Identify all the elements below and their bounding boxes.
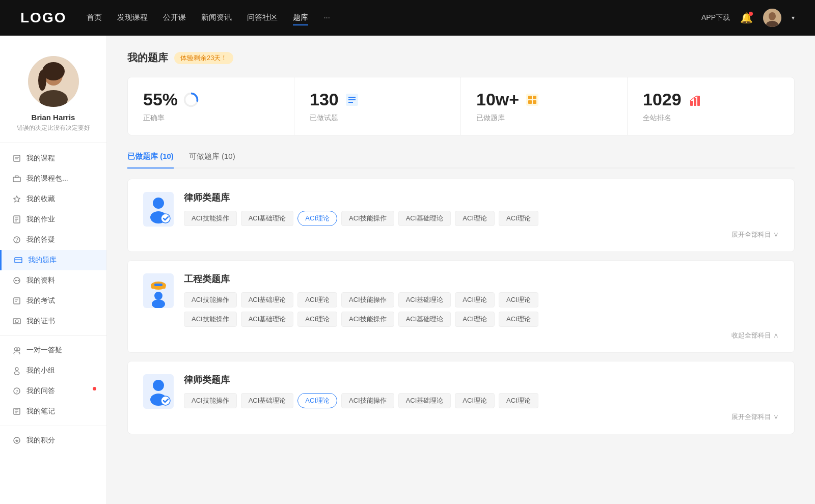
nav-qa[interactable]: 问答社区 — [247, 11, 278, 25]
tag-e-2[interactable]: ACI理论 — [297, 292, 337, 307]
tag-e-3[interactable]: ACI技能操作 — [341, 292, 394, 307]
engineer-icon — [143, 273, 174, 309]
stat-done-questions-label: 已做试题 — [310, 114, 445, 123]
svg-rect-50 — [526, 94, 538, 106]
list-icon — [344, 92, 360, 108]
exam-icon — [12, 296, 21, 305]
svg-point-61 — [161, 214, 170, 223]
navbar: LOGO 首页 发现课程 公开课 新闻资讯 问答社区 题库 ··· APP下载 … — [0, 0, 815, 36]
sidebar-label-exam: 我的考试 — [26, 296, 55, 305]
svg-text:?: ? — [15, 389, 18, 394]
homework-icon — [12, 215, 21, 224]
sidebar-menu: 我的课程 我的课程包... 我的收藏 我的作业 — [0, 148, 106, 451]
tag-l2-0[interactable]: ACI技能操作 — [184, 393, 237, 408]
sidebar-label-favorites: 我的收藏 — [26, 194, 55, 204]
tag-e2-5[interactable]: ACI理论 — [455, 312, 495, 327]
tag-e-1[interactable]: ACI基础理论 — [241, 292, 294, 307]
tag-e2-6[interactable]: ACI理论 — [499, 312, 538, 327]
sidebar-item-favorites[interactable]: 我的收藏 — [0, 189, 106, 209]
tag-l2-5[interactable]: ACI理论 — [455, 393, 495, 408]
course-icon — [12, 154, 21, 163]
svg-rect-8 — [14, 155, 20, 161]
user-motto: 错误的决定比没有决定要好 — [17, 124, 90, 132]
stat-ranking-top: 1029 — [643, 90, 779, 109]
tag-l1-0[interactable]: ACI技能操作 — [184, 211, 237, 226]
qbank-card-lawyer-1: 律师类题库 ACI技能操作 ACI基础理论 ACI理论 ACI技能操作 ACI基… — [127, 179, 795, 252]
svg-point-71 — [161, 396, 170, 405]
tag-l2-2[interactable]: ACI理论 — [297, 393, 337, 408]
tag-l1-4[interactable]: ACI基础理论 — [398, 211, 451, 226]
sidebar-label-resource: 我的资料 — [26, 276, 55, 285]
notification-bell[interactable]: 🔔 — [740, 12, 753, 24]
sidebar-item-cert[interactable]: 我的证书 — [0, 311, 106, 331]
nav-discover[interactable]: 发现课程 — [117, 11, 148, 25]
tag-e-6[interactable]: ACI理论 — [499, 292, 538, 307]
sidebar-item-resource[interactable]: 我的资料 — [0, 270, 106, 291]
sidebar-item-group[interactable]: 我的小组 — [0, 360, 106, 381]
sidebar-item-points[interactable]: ★ 我的积分 — [0, 430, 106, 451]
sidebar-item-question[interactable]: ? 我的答疑 — [0, 230, 106, 250]
svg-point-30 — [15, 320, 18, 323]
sidebar-item-qbank[interactable]: 我的题库 — [0, 250, 106, 270]
tab-done-banks[interactable]: 已做题库 (10) — [127, 148, 174, 169]
tag-e2-2[interactable]: ACI理论 — [297, 312, 337, 327]
nav-news[interactable]: 新闻资讯 — [201, 11, 232, 25]
tags-row-engineer-2: ACI技能操作 ACI基础理论 ACI理论 ACI技能操作 ACI基础理论 AC… — [184, 312, 779, 327]
sidebar-item-course[interactable]: 我的课程 — [0, 148, 106, 169]
tags-row-lawyer-1: ACI技能操作 ACI基础理论 ACI理论 ACI技能操作 ACI基础理论 AC… — [184, 211, 779, 226]
sidebar-item-oneone[interactable]: 一对一答疑 — [0, 340, 106, 360]
tag-l2-3[interactable]: ACI技能操作 — [341, 393, 394, 408]
tag-l1-1[interactable]: ACI基础理论 — [241, 211, 294, 226]
tag-e-0[interactable]: ACI技能操作 — [184, 292, 237, 307]
sidebar-label-package: 我的课程包... — [26, 174, 68, 183]
svg-point-25 — [18, 280, 19, 281]
tag-l2-6[interactable]: ACI理论 — [499, 393, 538, 408]
sidebar-label-points: 我的积分 — [26, 436, 55, 445]
question-icon: ? — [12, 235, 21, 244]
sidebar-item-notes[interactable]: 我的笔记 — [0, 401, 106, 422]
page-header: 我的题库 体验剩余23天！ — [127, 51, 795, 65]
expand-link-engineer[interactable]: 收起全部科目 ∧ — [184, 331, 779, 340]
stats-row: 55% 正确率 130 — [127, 77, 795, 135]
sidebar-item-qa[interactable]: ? 我的问答 — [0, 381, 106, 401]
donut-chart-icon — [183, 92, 199, 108]
sidebar-label-question: 我的答疑 — [26, 235, 55, 244]
tag-l1-6[interactable]: ACI理论 — [499, 211, 538, 226]
stat-done-banks-top: 10w+ — [476, 90, 612, 109]
nav-more[interactable]: ··· — [323, 11, 330, 25]
tag-e2-3[interactable]: ACI技能操作 — [341, 312, 394, 327]
svg-point-69 — [153, 380, 164, 391]
tag-e-5[interactable]: ACI理论 — [455, 292, 495, 307]
tag-e-4[interactable]: ACI基础理论 — [398, 292, 451, 307]
tag-l2-4[interactable]: ACI基础理论 — [398, 393, 451, 408]
tag-e2-0[interactable]: ACI技能操作 — [184, 312, 237, 327]
sidebar-item-exam[interactable]: 我的考试 — [0, 291, 106, 311]
sidebar-item-package[interactable]: 我的课程包... — [0, 169, 106, 189]
nav-qbank[interactable]: 题库 — [293, 11, 308, 25]
expand-link-lawyer-1[interactable]: 展开全部科目 ∨ — [184, 230, 779, 239]
tag-l1-3[interactable]: ACI技能操作 — [341, 211, 394, 226]
grid-icon — [524, 92, 540, 108]
qbank-body-lawyer-1: 律师类题库 ACI技能操作 ACI基础理论 ACI理论 ACI技能操作 ACI基… — [184, 191, 779, 239]
app-download-link[interactable]: APP下载 — [701, 13, 730, 22]
tab-available-banks[interactable]: 可做题库 (10) — [189, 148, 235, 169]
avatar-chevron-icon[interactable]: ▾ — [792, 14, 795, 21]
svg-point-7 — [38, 70, 46, 91]
tag-l1-5[interactable]: ACI理论 — [455, 211, 495, 226]
expand-link-lawyer-2[interactable]: 展开全部科目 ∨ — [184, 412, 779, 422]
tag-e2-1[interactable]: ACI基础理论 — [241, 312, 294, 327]
tag-l2-1[interactable]: ACI基础理论 — [241, 393, 294, 408]
nav-open-course[interactable]: 公开课 — [163, 11, 186, 25]
svg-point-59 — [153, 198, 164, 209]
sidebar-item-homework[interactable]: 我的作业 — [0, 209, 106, 230]
nav-home[interactable]: 首页 — [87, 11, 102, 25]
tag-e2-4[interactable]: ACI基础理论 — [398, 312, 451, 327]
stat-done-banks-label: 已做题库 — [476, 114, 612, 123]
sidebar-label-qbank: 我的题库 — [28, 256, 57, 265]
svg-rect-51 — [528, 96, 532, 99]
sidebar-label-cert: 我的证书 — [26, 317, 55, 326]
tag-l1-2[interactable]: ACI理论 — [297, 211, 337, 226]
sidebar-profile: Brian Harris 错误的决定比没有决定要好 — [0, 51, 106, 143]
avatar[interactable] — [763, 9, 781, 27]
nav-links: 首页 发现课程 公开课 新闻资讯 问答社区 题库 ··· — [87, 11, 681, 25]
